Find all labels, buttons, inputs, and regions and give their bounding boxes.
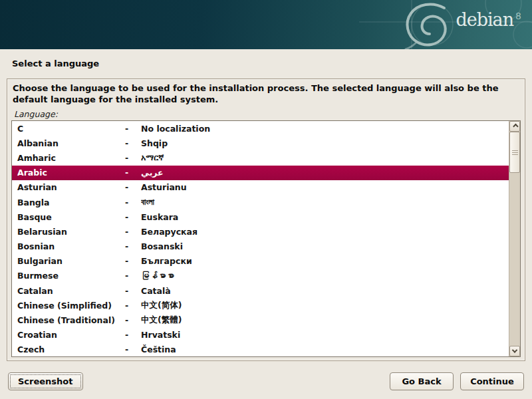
language-name: Bangla — [12, 198, 125, 207]
language-native-name: မြန်မာစာ — [141, 271, 509, 281]
language-row[interactable]: Catalan-Català — [12, 283, 509, 298]
language-row[interactable]: Albanian-Shqip — [12, 136, 509, 150]
language-name: Chinese (Simplified) — [12, 301, 125, 311]
language-row[interactable]: Bangla-বাংলা — [12, 195, 509, 209]
banner: debian8 — [0, 0, 532, 49]
language-name: Catalan — [12, 286, 125, 296]
language-native-name: عربي — [141, 168, 509, 178]
content-frame: Choose the language to be used for the i… — [7, 78, 525, 361]
separator: - — [125, 124, 141, 134]
separator: - — [125, 198, 141, 207]
language-row[interactable]: Amharic-አማርኛ — [12, 150, 509, 165]
language-row[interactable]: Croatian-Hrvatski — [12, 328, 509, 342]
page-title: Select a language — [12, 59, 532, 68]
debian-installer-window: debian8 Select a language Choose the lan… — [0, 0, 532, 399]
language-name: Asturian — [12, 182, 125, 192]
separator: - — [125, 315, 141, 325]
language-name: Croatian — [12, 330, 125, 340]
language-native-name: Shqip — [141, 138, 509, 148]
language-row[interactable]: Basque-Euskara — [12, 209, 509, 224]
language-name: Albanian — [12, 138, 125, 148]
language-name: Basque — [12, 212, 125, 222]
language-native-name: Беларуская — [141, 227, 509, 237]
language-row[interactable]: Bulgarian-Български — [12, 254, 509, 269]
language-row[interactable]: Belarusian-Беларуская — [12, 224, 509, 239]
separator: - — [125, 241, 141, 251]
brand-name: debian — [456, 9, 513, 30]
thumb-grip — [512, 154, 518, 155]
language-native-name: 中文(繁體) — [141, 315, 509, 326]
language-name: Czech — [12, 344, 125, 354]
language-row[interactable]: Chinese (Traditional)-中文(繁體) — [12, 313, 509, 327]
language-row[interactable]: Czech-Čeština — [12, 342, 509, 356]
scrollbar — [509, 121, 520, 356]
title-bar: Select a language — [0, 49, 532, 78]
instructions-text: Choose the language to be used for the i… — [7, 79, 525, 105]
brand-wordmark: debian8 — [456, 9, 521, 30]
chevron-down-icon — [512, 347, 517, 352]
separator: - — [125, 256, 141, 266]
language-name: Bulgarian — [12, 256, 125, 266]
footer-bar: Screenshot Go Back Continue — [0, 361, 532, 399]
language-row[interactable]: Bosnian-Bosanski — [12, 239, 509, 254]
separator: - — [125, 286, 141, 296]
language-native-name: አማርኛ — [141, 152, 509, 163]
language-native-name: 中文(简体) — [141, 300, 509, 311]
language-name: Bosnian — [12, 241, 125, 251]
separator: - — [125, 301, 141, 311]
separator: - — [125, 138, 141, 148]
thumb-grip — [512, 152, 518, 153]
navigation-buttons: Go Back Continue — [390, 372, 524, 390]
separator: - — [125, 212, 141, 222]
chevron-up-icon — [513, 124, 518, 129]
language-row[interactable]: Arabic-عربي — [12, 166, 509, 180]
language-row[interactable]: C-No localization — [12, 121, 509, 136]
language-name: Amharic — [12, 153, 125, 163]
language-native-name: Asturianu — [141, 182, 509, 192]
debian-swirl-logo — [0, 0, 532, 49]
language-native-name: Български — [141, 256, 509, 266]
language-row[interactable]: Asturian-Asturianu — [12, 180, 509, 195]
language-native-name: Čeština — [141, 344, 509, 354]
scrollbar-trough[interactable] — [509, 173, 520, 346]
language-name: Chinese (Traditional) — [12, 315, 125, 325]
language-name: C — [12, 124, 125, 134]
language-native-name: বাংলা — [141, 197, 509, 207]
scroll-up-button[interactable] — [509, 121, 520, 132]
language-list-viewport: C-No localizationAlbanian-ShqipAmharic-አ… — [12, 121, 509, 356]
continue-button[interactable]: Continue — [460, 372, 524, 390]
separator: - — [125, 344, 141, 354]
go-back-button[interactable]: Go Back — [390, 372, 454, 390]
language-native-name: No localization — [141, 124, 509, 134]
separator: - — [125, 153, 141, 163]
screenshot-button[interactable]: Screenshot — [8, 372, 83, 390]
language-name: Belarusian — [12, 227, 125, 237]
scroll-down-button[interactable] — [509, 346, 520, 356]
language-label: Language: — [14, 109, 525, 119]
language-native-name: Bosanski — [141, 241, 509, 251]
separator: - — [125, 182, 141, 192]
separator: - — [125, 330, 141, 340]
language-listbox: C-No localizationAlbanian-ShqipAmharic-አ… — [11, 120, 521, 357]
separator: - — [125, 271, 141, 281]
language-row[interactable]: Burmese-မြန်မာစာ — [12, 269, 509, 283]
language-native-name: Euskara — [141, 212, 509, 222]
language-native-name: Hrvatski — [141, 330, 509, 340]
scrollbar-thumb[interactable] — [509, 132, 520, 173]
thumb-grip — [512, 150, 518, 151]
language-name: Burmese — [12, 271, 125, 281]
language-row[interactable]: Chinese (Simplified)-中文(简体) — [12, 298, 509, 313]
language-native-name: Català — [141, 286, 509, 296]
separator: - — [125, 168, 141, 178]
brand-version: 8 — [515, 11, 521, 21]
language-name: Arabic — [12, 168, 125, 178]
separator: - — [125, 227, 141, 237]
